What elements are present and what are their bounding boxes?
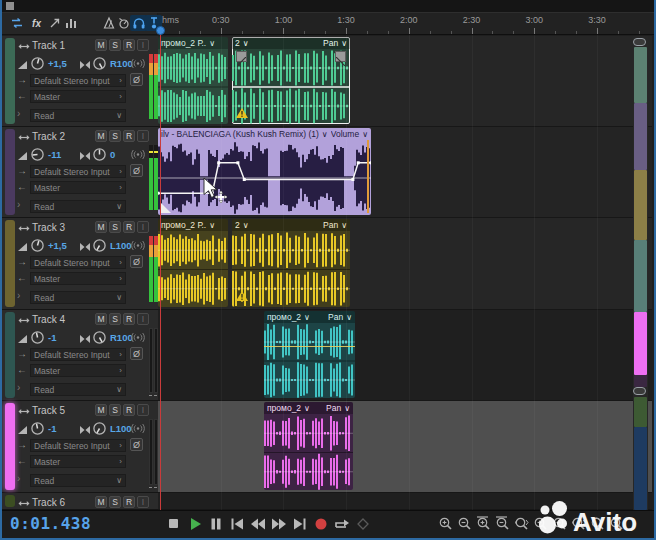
mute-button[interactable]: M — [95, 130, 107, 142]
record-arm-button[interactable]: R — [123, 313, 135, 325]
audio-clip[interactable]: 2∨Pan∨ — [232, 37, 350, 124]
track-handle-icon[interactable] — [18, 42, 30, 51]
pan-knob[interactable] — [92, 56, 107, 71]
phase-invert-button[interactable]: Ø — [130, 73, 143, 86]
mute-button[interactable]: M — [95, 39, 107, 51]
time-display[interactable]: 0:01.438 — [10, 514, 91, 533]
automation-mode-selector[interactable]: Read∨ — [30, 200, 126, 213]
solo-button[interactable]: S — [109, 39, 121, 51]
fade-in-handle[interactable] — [236, 51, 247, 62]
automation-mode-selector[interactable]: Read∨ — [30, 474, 126, 487]
audio-clip[interactable]: промо_2 Р..∨ — [158, 219, 228, 307]
zoom-out-time-button[interactable] — [457, 516, 472, 532]
input-selector[interactable]: Default Stereo Input› — [30, 348, 126, 361]
solo-button[interactable]: S — [109, 496, 121, 508]
audio-clip[interactable]: 2∨Pan∨ — [232, 219, 350, 307]
pan-knob[interactable] — [92, 238, 107, 253]
volume-knob[interactable] — [30, 421, 45, 436]
record-arm-button[interactable]: R — [123, 496, 135, 508]
clip-envelope-selector[interactable]: Pan — [328, 312, 343, 322]
clip-envelope-selector[interactable]: Volume — [331, 129, 359, 139]
audio-clip[interactable]: ilv - BALENCIAGA (Kush Kush Remix) (1)∨V… — [158, 128, 371, 215]
move-tool-icon[interactable] — [8, 15, 25, 31]
volume-knob[interactable] — [30, 330, 45, 345]
clip-header[interactable]: промо_2∨Pan∨ — [264, 311, 355, 323]
input-monitor-button[interactable]: I — [137, 130, 149, 142]
go-to-end-button[interactable] — [290, 514, 310, 534]
timeline-ruler[interactable]: hms 0:301:001:302:002:303:003:30 — [158, 12, 656, 35]
playhead-marker[interactable] — [156, 26, 165, 35]
zoom-in-amplitude-button[interactable] — [476, 516, 491, 532]
audio-clip[interactable]: промо_2∨Pan∨ — [264, 402, 353, 490]
automation-expand-icon[interactable]: › — [17, 199, 20, 210]
output-selector[interactable]: Master› — [30, 90, 126, 103]
play-button[interactable] — [185, 514, 205, 534]
automation-expand-icon[interactable]: › — [17, 290, 20, 301]
navigator-handle[interactable] — [633, 387, 646, 395]
go-to-start-button[interactable] — [227, 514, 247, 534]
loop-playback-button[interactable] — [332, 514, 352, 534]
phase-invert-button[interactable]: Ø — [130, 438, 143, 451]
automation-expand-icon[interactable]: › — [17, 382, 20, 393]
stop-button[interactable] — [164, 514, 184, 534]
mute-button[interactable]: M — [95, 313, 107, 325]
output-selector[interactable]: Master› — [30, 181, 126, 194]
clip-header[interactable]: 2∨Pan∨ — [232, 219, 350, 231]
pause-button[interactable] — [206, 514, 226, 534]
navigator-track-segment[interactable] — [634, 375, 647, 387]
navigator-track-segment[interactable] — [634, 397, 647, 427]
input-monitor-button[interactable]: I — [137, 313, 149, 325]
navigator-track-segment[interactable] — [634, 312, 647, 375]
audio-clip[interactable]: промо_2∨Pan∨ — [264, 311, 355, 398]
input-monitor-button[interactable]: I — [137, 496, 149, 508]
automation-expand-icon[interactable]: › — [17, 473, 20, 484]
effects-rack-icon[interactable]: fx — [28, 15, 45, 31]
track-lane-5[interactable]: промо_2∨Pan∨ — [158, 401, 652, 493]
fade-out-handle[interactable] — [335, 51, 346, 62]
track-lane-1[interactable]: промо_2 Р..∨2∨Pan∨ — [158, 36, 652, 127]
mute-button[interactable]: M — [95, 404, 107, 416]
track-lane-2[interactable]: ilv - BALENCIAGA (Kush Kush Remix) (1)∨V… — [158, 127, 652, 218]
phase-invert-button[interactable]: Ø — [130, 164, 143, 177]
volume-envelope-line[interactable] — [264, 346, 355, 347]
track-header-2[interactable]: Track 2MSRI-110→Default Stereo Input›Ø←M… — [2, 127, 158, 218]
output-selector[interactable]: Master› — [30, 455, 126, 468]
mute-button[interactable]: M — [95, 221, 107, 233]
input-monitor-button[interactable]: I — [137, 404, 149, 416]
meters-icon[interactable] — [62, 15, 79, 31]
input-selector[interactable]: Default Stereo Input› — [30, 165, 126, 178]
output-selector[interactable]: Master› — [30, 364, 126, 377]
solo-button[interactable]: S — [109, 221, 121, 233]
phase-invert-button[interactable]: Ø — [130, 255, 143, 268]
automation-mode-selector[interactable]: Read∨ — [30, 109, 126, 122]
record-arm-button[interactable]: R — [123, 39, 135, 51]
vertical-track-navigator[interactable] — [633, 36, 648, 510]
input-monitor-button[interactable]: I — [137, 39, 149, 51]
navigator-track-segment[interactable] — [634, 47, 647, 103]
fast-forward-button[interactable] — [269, 514, 289, 534]
track-handle-icon[interactable] — [18, 316, 30, 325]
track-header-4[interactable]: Track 4MSRI-1R100→Default Stereo Input›Ø… — [2, 310, 158, 401]
track-handle-icon[interactable] — [18, 133, 30, 142]
input-selector[interactable]: Default Stereo Input› — [30, 439, 126, 452]
navigator-track-segment[interactable] — [634, 170, 647, 240]
automation-expand-icon[interactable]: › — [17, 108, 20, 119]
pan-knob[interactable] — [92, 147, 107, 162]
solo-button[interactable]: S — [109, 313, 121, 325]
navigator-track-segment[interactable] — [634, 103, 647, 170]
record-arm-button[interactable]: R — [123, 221, 135, 233]
automation-mode-selector[interactable]: Read∨ — [30, 383, 126, 396]
record-arm-button[interactable]: R — [123, 404, 135, 416]
track-header-5[interactable]: Track 5MSRI-1L100→Default Stereo Input›Ø… — [2, 401, 158, 493]
clip-envelope-selector[interactable]: Pan — [323, 38, 338, 48]
volume-knob[interactable] — [30, 56, 45, 71]
clip-header[interactable]: промо_2 Р..∨ — [158, 219, 228, 231]
input-selector[interactable]: Default Stereo Input› — [30, 256, 126, 269]
track-header-6[interactable]: Track 6MSRI — [2, 493, 158, 510]
automation-mode-selector[interactable]: Read∨ — [30, 291, 126, 304]
track-handle-icon[interactable] — [18, 499, 30, 508]
track-handle-icon[interactable] — [18, 224, 30, 233]
track-lane-4[interactable]: промо_2∨Pan∨ — [158, 310, 652, 401]
window-menu-square[interactable] — [6, 2, 14, 10]
phase-invert-button[interactable]: Ø — [130, 347, 143, 360]
